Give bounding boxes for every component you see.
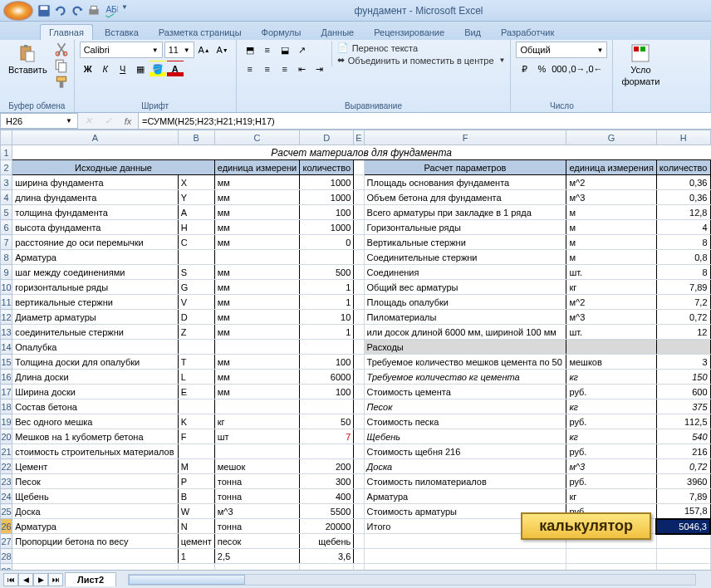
conditional-format-button[interactable]: Усло формати [618,42,663,88]
underline-icon[interactable]: Ч [115,61,131,77]
comma-icon[interactable]: 000 [551,61,567,77]
svg-rect-13 [59,81,63,88]
svg-rect-1 [41,6,48,10]
cut-icon[interactable] [54,42,69,56]
enter-icon[interactable]: ✓ [98,113,118,129]
cancel-icon[interactable]: ✕ [78,113,98,129]
first-sheet-icon[interactable]: ⏮ [3,573,18,586]
office-button[interactable] [3,1,33,21]
svg-rect-6 [24,45,27,47]
increase-decimal-icon[interactable]: ,0→ [568,61,585,77]
tab-developer[interactable]: Разработчик [493,25,562,40]
decrease-decimal-icon[interactable]: ,0← [586,61,602,77]
tab-insert[interactable]: Вставка [96,25,147,40]
shrink-font-icon[interactable]: A▼ [214,42,231,58]
copy-icon[interactable] [54,58,69,73]
group-styles: Усло формати [613,40,711,112]
align-top-icon[interactable]: ⬒ [242,42,258,58]
increase-indent-icon[interactable]: ⇥ [311,61,328,77]
paste-button[interactable]: Вставить [5,42,51,76]
grow-font-icon[interactable]: A▲ [196,42,213,58]
fill-color-icon[interactable]: 🪣 [150,61,166,77]
align-center-icon[interactable]: ≡ [259,61,276,77]
qat-dropdown-icon[interactable]: ▼ [120,3,130,18]
paste-icon [17,43,37,63]
align-right-icon[interactable]: ≡ [277,61,293,77]
tab-page-layout[interactable]: Разметка страницы [150,25,250,40]
tab-formulas[interactable]: Формулы [253,25,310,40]
print-icon[interactable] [86,3,101,18]
quick-access-toolbar: AБВ ▼ [37,3,130,18]
wrap-text-icon: 📄 [337,42,349,53]
group-font: Calibri▼ 11▼ A▲ A▼ Ж К Ч ▦ 🪣 A Шрифт [75,40,237,112]
align-left-icon[interactable]: ≡ [242,61,258,77]
spell-check-icon[interactable]: AБВ [103,3,118,18]
currency-icon[interactable]: ₽ [516,61,532,77]
font-color-icon[interactable]: A [167,61,184,77]
svg-rect-15 [634,47,639,51]
group-alignment: ⬒ ≡ ⬓ ↗ ≡ ≡ ≡ ⇤ ⇥ 📄Перенос текста ⬌Объед… [237,40,512,112]
name-box[interactable]: H26▼ [0,113,78,129]
align-bottom-icon[interactable]: ⬓ [277,42,293,58]
svg-rect-12 [56,76,66,81]
ribbon-tabs: Главная Вставка Разметка страницы Формул… [0,22,711,40]
merge-icon: ⬌ [337,55,345,66]
number-format-combo[interactable]: Общий▼ [516,42,607,58]
tab-data[interactable]: Данные [312,25,362,40]
formula-input[interactable] [139,113,711,129]
align-middle-icon[interactable]: ≡ [259,42,276,58]
svg-rect-16 [640,47,645,51]
font-size-combo[interactable]: 11▼ [164,42,194,58]
undo-icon[interactable] [53,3,68,18]
svg-rect-7 [26,51,34,61]
merge-center-button[interactable]: ⬌Объединить и поместить в центре▼ [337,54,506,66]
wrap-text-button[interactable]: 📄Перенос текста [337,42,506,54]
svg-text:AБВ: AБВ [105,5,118,14]
conditional-format-icon [630,43,650,63]
horizontal-scrollbar[interactable] [128,574,696,586]
sheet-tab-bar: ⏮ ◀ ▶ ⏭ Лист2 [0,570,711,588]
calculator-button[interactable]: калькулятор [521,512,651,540]
group-clipboard: Вставить Буфер обмена [0,40,75,112]
tab-home[interactable]: Главная [40,24,93,40]
decrease-indent-icon[interactable]: ⇤ [294,61,311,77]
bold-icon[interactable]: Ж [80,61,96,77]
svg-rect-11 [58,63,66,72]
percent-icon[interactable]: % [533,61,550,77]
tab-review[interactable]: Рецензирование [365,25,453,40]
window-title: фундамент - Microsoft Excel [130,5,708,17]
fx-icon[interactable]: fx [118,113,138,129]
prev-sheet-icon[interactable]: ◀ [18,573,33,586]
format-painter-icon[interactable] [54,75,69,90]
last-sheet-icon[interactable]: ⏭ [48,573,63,586]
tab-view[interactable]: Вид [456,25,489,40]
spreadsheet-grid[interactable]: ABCDEFGH1Расчет материалов для фундамент… [0,130,711,570]
save-icon[interactable] [37,3,51,18]
italic-icon[interactable]: К [97,61,114,77]
sheet-tab-active[interactable]: Лист2 [65,572,116,586]
font-name-combo[interactable]: Calibri▼ [80,42,163,58]
border-icon[interactable]: ▦ [132,61,149,77]
orientation-icon[interactable]: ↗ [294,42,311,58]
next-sheet-icon[interactable]: ▶ [33,573,48,586]
group-number: Общий▼ ₽ % 000 ,0→ ,0← Число [511,40,613,112]
redo-icon[interactable] [70,3,85,18]
formula-bar: H26▼ ✕ ✓ fx [0,113,711,130]
ribbon: Вставить Буфер обмена Calibri▼ 11▼ A▲ A▼… [0,40,711,113]
title-bar: AБВ ▼ фундамент - Microsoft Excel [0,0,711,22]
svg-rect-3 [91,6,97,10]
